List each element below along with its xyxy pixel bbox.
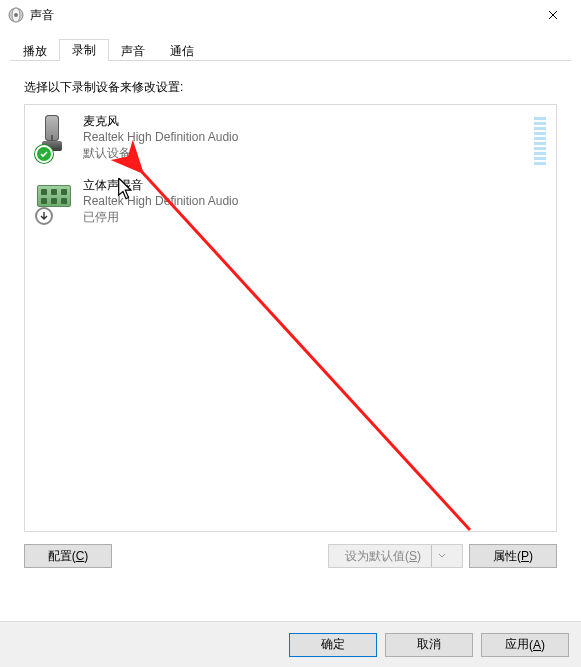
- button-hotkey: C: [76, 549, 85, 563]
- tab-label: 播放: [23, 44, 47, 58]
- button-hotkey: P: [521, 549, 529, 563]
- device-desc: Realtek High Definition Audio: [83, 193, 546, 209]
- tab-panel-recording: 选择以下录制设备来修改设置: 麦克风 Realtek High Definiti…: [10, 61, 571, 582]
- button-label: 设为默认值: [345, 548, 405, 565]
- tab-label: 通信: [170, 44, 194, 58]
- disabled-badge-icon: [35, 207, 53, 225]
- window-title: 声音: [30, 7, 533, 24]
- device-item-microphone[interactable]: 麦克风 Realtek High Definition Audio 默认设备: [25, 105, 556, 169]
- device-desc: Realtek High Definition Audio: [83, 129, 534, 145]
- tab-communications[interactable]: 通信: [157, 40, 207, 62]
- device-status: 已停用: [83, 209, 546, 225]
- tab-label: 声音: [121, 44, 145, 58]
- device-item-stereo-mix[interactable]: 立体声混音 Realtek High Definition Audio 已停用: [25, 169, 556, 229]
- button-label: 应用: [505, 636, 529, 653]
- speaker-icon: [8, 7, 24, 23]
- device-list[interactable]: 麦克风 Realtek High Definition Audio 默认设备: [24, 104, 557, 532]
- button-label: 属性: [493, 548, 517, 565]
- set-default-button[interactable]: 设为默认值(S): [328, 544, 463, 568]
- check-badge-icon: [35, 145, 53, 163]
- button-label: 配置: [48, 548, 72, 565]
- microphone-icon: [35, 113, 75, 161]
- button-hotkey: A: [533, 638, 541, 652]
- device-info: 立体声混音 Realtek High Definition Audio 已停用: [75, 177, 546, 225]
- close-button[interactable]: [533, 0, 573, 30]
- cancel-button[interactable]: 取消: [385, 633, 473, 657]
- chevron-down-icon: [431, 545, 446, 567]
- tab-label: 录制: [72, 43, 96, 57]
- tab-sounds[interactable]: 声音: [108, 40, 158, 62]
- apply-button[interactable]: 应用(A): [481, 633, 569, 657]
- button-label: 取消: [417, 636, 441, 653]
- ok-button[interactable]: 确定: [289, 633, 377, 657]
- button-label: 确定: [321, 636, 345, 653]
- button-hotkey: S: [409, 549, 417, 563]
- svg-point-2: [14, 13, 18, 17]
- level-meter: [534, 113, 546, 165]
- tab-strip: 播放 录制 声音 通信: [10, 38, 571, 60]
- sound-card-icon: [35, 177, 75, 225]
- device-status: 默认设备: [83, 145, 534, 161]
- instruction-text: 选择以下录制设备来修改设置:: [24, 79, 557, 96]
- tab-recording[interactable]: 录制: [59, 39, 109, 61]
- device-info: 麦克风 Realtek High Definition Audio 默认设备: [75, 113, 534, 165]
- device-name: 立体声混音: [83, 177, 546, 193]
- panel-button-row: 配置(C) 设为默认值(S) 属性(P): [24, 544, 557, 568]
- dialog-footer: 确定 取消 应用(A): [0, 621, 581, 667]
- device-name: 麦克风: [83, 113, 534, 129]
- titlebar: 声音: [0, 0, 581, 30]
- properties-button[interactable]: 属性(P): [469, 544, 557, 568]
- configure-button[interactable]: 配置(C): [24, 544, 112, 568]
- tab-playback[interactable]: 播放: [10, 40, 60, 62]
